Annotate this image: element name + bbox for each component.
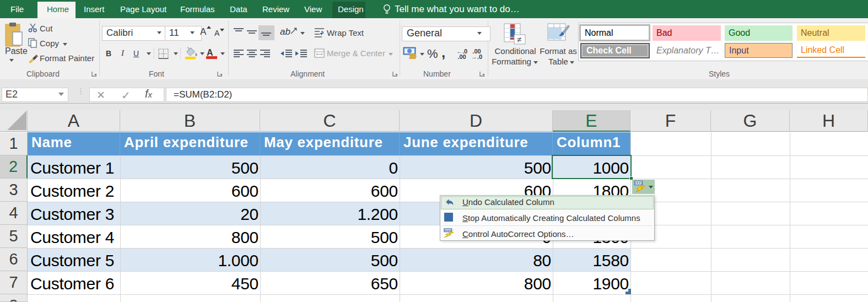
svg-text:≠: ≠ <box>517 35 521 44</box>
